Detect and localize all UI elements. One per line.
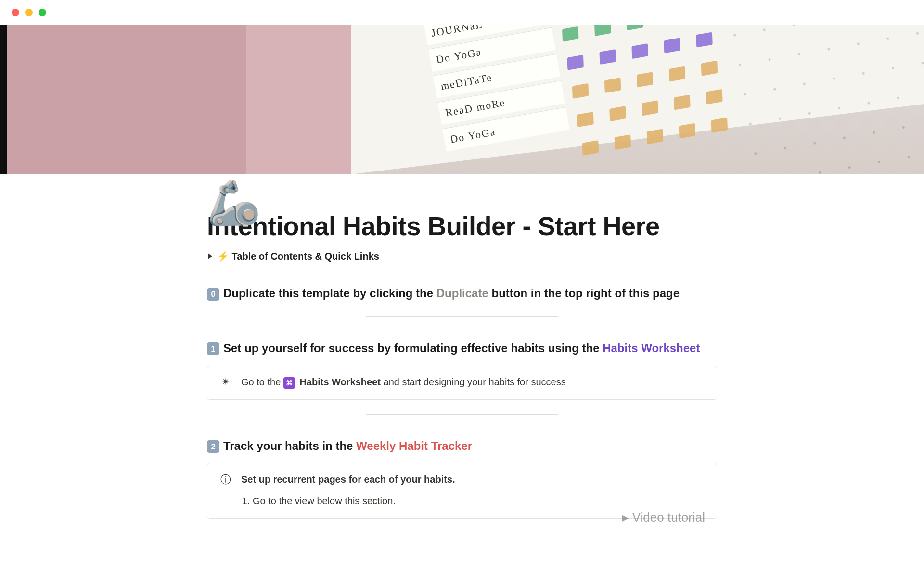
habits-worksheet-callout[interactable]: ✴︎ Go to the ⌘ Habits Worksheet and star… [207, 366, 717, 400]
window-close-dot[interactable] [12, 9, 19, 16]
video-tutorial-stub[interactable]: ▸ Video tutorial [622, 510, 705, 525]
habits-worksheet-link[interactable]: Habits Worksheet [603, 342, 700, 355]
worksheet-page-icon: ⌘ [283, 377, 295, 389]
step-number-icon: 2 [207, 440, 219, 453]
cover-image: JOURNaL Do YoGa meDiTaTe ReaD moRe Do Yo… [0, 25, 924, 174]
step-number-icon: 0 [207, 288, 219, 301]
weekly-tracker-link[interactable]: Weekly Habit Tracker [356, 439, 472, 452]
callout-text-lead: Go to the [241, 377, 283, 387]
info-icon: ⓘ [220, 474, 231, 485]
weekly-tracker-callout: ⓘ Set up recurrent pages for each of you… [207, 463, 717, 519]
divider [366, 316, 558, 317]
cover-swatches [562, 25, 732, 171]
step-2-heading: 2 Track your habits in the Weekly Habit … [207, 438, 717, 455]
step-1-heading: 1 Set up yourself for success by formula… [207, 340, 717, 357]
cover-journal-lines: JOURNaL Do YoGa meDiTaTe ReaD moRe Do Yo… [424, 25, 570, 152]
step-0-keyword: Duplicate [436, 287, 488, 300]
step-0-text-pre: Duplicate this template by clicking the [223, 287, 436, 300]
toc-toggle[interactable]: ⚡ Table of Contents & Quick Links [207, 250, 717, 262]
toc-toggle-label: ⚡ Table of Contents & Quick Links [217, 250, 379, 262]
step-0-heading: 0 Duplicate this template by clicking th… [207, 285, 717, 302]
callout-text-tail: and start designing your habits for succ… [381, 377, 566, 387]
page-emoji-icon[interactable]: 🦾 [207, 181, 261, 224]
page-title: Intentional Habits Builder - Start Here [207, 211, 717, 241]
window-titlebar [0, 0, 924, 25]
worksheet-name[interactable]: Habits Worksheet [299, 377, 381, 387]
callout-step-1: Go to the view below this section. [253, 495, 396, 508]
step-0-text-post: button in the top right of this page [488, 287, 680, 300]
callout-heading: Set up recurrent pages for each of your … [241, 474, 455, 485]
step-1-text: Set up yourself for success by formulati… [223, 342, 603, 355]
step-2-text: Track your habits in the [223, 439, 356, 452]
window-minimize-dot[interactable] [25, 9, 33, 16]
page-content: 🦾 Intentional Habits Builder - Start Her… [178, 211, 746, 519]
caret-right-icon [208, 253, 212, 259]
sparkle-icon: ✴︎ [220, 377, 231, 387]
step-number-icon: 1 [207, 342, 219, 355]
callout-steps-list: Go to the view below this section. [253, 495, 396, 508]
window-zoom-dot[interactable] [38, 9, 46, 16]
divider [366, 414, 558, 415]
